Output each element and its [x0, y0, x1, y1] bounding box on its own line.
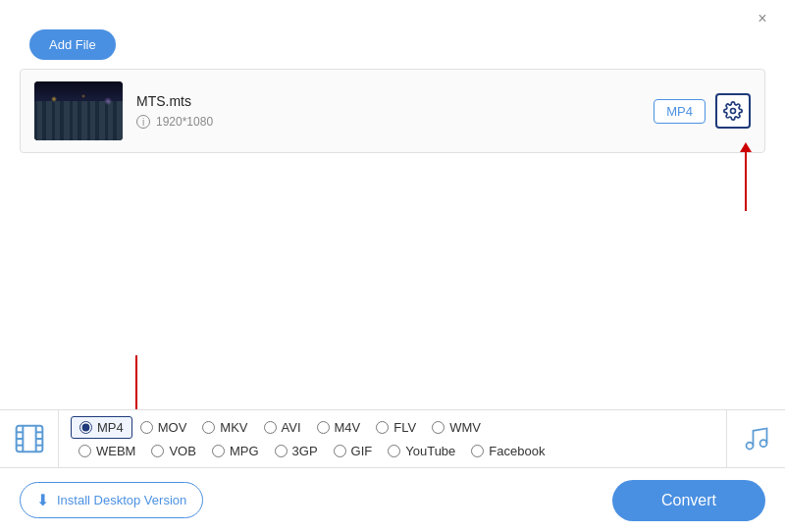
format-label-mkv: MKV: [220, 420, 247, 435]
file-actions: MP4: [654, 93, 751, 129]
format-radio-wmv[interactable]: [432, 421, 445, 434]
format-row-1: MP4 MOV MKV AVI M4V FLV: [71, 416, 714, 439]
file-item: MTS.mts i 1920*1080 MP4: [21, 70, 764, 152]
file-list: MTS.mts i 1920*1080 MP4: [20, 69, 765, 153]
install-label: Install Desktop Version: [57, 493, 186, 507]
format-label-wmv: WMV: [449, 420, 481, 435]
file-resolution: 1920*1080: [156, 115, 213, 129]
convert-button[interactable]: Convert: [612, 480, 765, 521]
format-label-gif: GIF: [351, 444, 373, 458]
format-radio-gif[interactable]: [334, 445, 346, 457]
format-radio-avi[interactable]: [264, 421, 277, 434]
format-3gp[interactable]: 3GP: [267, 441, 326, 461]
arrow-line-vertical-2: [135, 355, 137, 414]
format-label-vob: VOB: [169, 444, 195, 458]
format-mkv[interactable]: MKV: [194, 416, 255, 439]
format-mpg[interactable]: MPG: [204, 441, 267, 461]
gear-icon: [723, 101, 743, 121]
format-label-mpg: MPG: [230, 444, 259, 458]
bottom-bar: ⬇ Install Desktop Version Convert: [0, 468, 785, 532]
format-label-3gp: 3GP: [292, 444, 318, 458]
file-thumbnail: [34, 81, 123, 140]
format-label-flv: FLV: [393, 420, 416, 435]
format-radio-flv[interactable]: [376, 421, 389, 434]
format-radio-webm[interactable]: [78, 445, 91, 457]
install-button[interactable]: ⬇ Install Desktop Version: [20, 482, 203, 518]
format-radio-mp4[interactable]: [79, 421, 92, 434]
file-meta: i 1920*1080: [136, 115, 640, 129]
file-info: MTS.mts i 1920*1080: [136, 93, 640, 129]
close-button[interactable]: ×: [754, 10, 771, 27]
format-radio-vob[interactable]: [151, 445, 164, 457]
format-radio-youtube[interactable]: [388, 445, 400, 457]
format-radio-mov[interactable]: [140, 421, 153, 434]
format-radio-mpg[interactable]: [212, 445, 225, 457]
format-label-mp4: MP4: [97, 420, 124, 435]
format-mp4[interactable]: MP4: [71, 416, 132, 439]
format-vob[interactable]: VOB: [143, 441, 203, 461]
info-icon: i: [136, 115, 150, 129]
format-mov[interactable]: MOV: [132, 416, 195, 439]
format-label-youtube: YouTube: [405, 444, 455, 458]
thumbnail-image: [34, 81, 123, 140]
format-label-facebook: Facebook: [489, 444, 545, 458]
format-radio-3gp[interactable]: [275, 445, 288, 457]
format-badge[interactable]: MP4: [654, 99, 706, 124]
format-label-avi: AVI: [282, 420, 301, 435]
music-panel-icon: [726, 410, 785, 467]
video-panel-icon: [0, 410, 59, 467]
format-gif[interactable]: GIF: [326, 441, 381, 461]
format-radio-facebook[interactable]: [471, 445, 484, 457]
svg-point-11: [759, 440, 766, 447]
format-flv[interactable]: FLV: [368, 416, 424, 439]
music-icon: [743, 425, 770, 452]
format-radio-m4v[interactable]: [317, 421, 330, 434]
format-label-mov: MOV: [158, 420, 187, 435]
download-icon: ⬇: [36, 491, 49, 509]
format-wmv[interactable]: WMV: [424, 416, 489, 439]
film-icon: [14, 423, 45, 454]
format-youtube[interactable]: YouTube: [380, 441, 463, 461]
settings-button[interactable]: [715, 93, 751, 129]
file-name: MTS.mts: [136, 93, 640, 109]
format-options: MP4 MOV MKV AVI M4V FLV: [59, 410, 726, 467]
format-m4v[interactable]: M4V: [309, 416, 369, 439]
format-label-m4v: M4V: [335, 420, 361, 435]
svg-point-10: [746, 443, 753, 450]
format-avi[interactable]: AVI: [256, 416, 309, 439]
format-facebook[interactable]: Facebook: [463, 441, 552, 461]
arrow-line-vertical: [745, 152, 747, 211]
format-panel: MP4 MOV MKV AVI M4V FLV: [0, 409, 785, 468]
format-label-webm: WEBM: [96, 444, 135, 458]
title-bar: ×: [740, 0, 785, 37]
add-file-button[interactable]: Add File: [29, 29, 116, 60]
format-row-2: WEBM VOB MPG 3GP GIF YouTube: [71, 441, 714, 461]
format-webm[interactable]: WEBM: [71, 441, 143, 461]
svg-point-0: [731, 109, 736, 114]
format-radio-mkv[interactable]: [202, 421, 215, 434]
